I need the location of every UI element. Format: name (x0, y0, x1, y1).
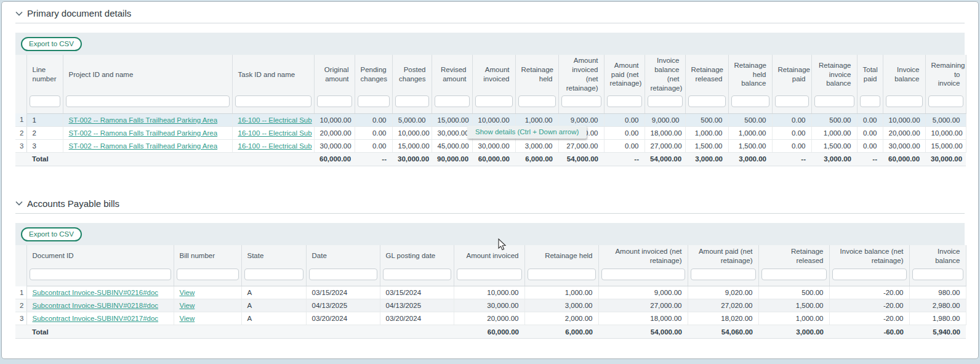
cell-date[interactable]: 04/13/2025 (306, 299, 380, 312)
cell-pending-changes[interactable]: 0.00 (355, 139, 392, 152)
cell-remaining-to-invoice[interactable]: 5,000.00 (925, 113, 966, 126)
column-header-document-id[interactable]: Document ID (26, 245, 174, 267)
cell-date[interactable]: 03/20/2024 (306, 312, 380, 325)
filter-input-total-paid[interactable] (860, 95, 880, 107)
section-header-accounts-payable-bills[interactable]: Accounts Payable bills (15, 198, 965, 214)
row-number[interactable]: 3 (15, 139, 26, 152)
chevron-down-icon[interactable] (15, 11, 23, 16)
filter-input-invoice-balance[interactable] (886, 95, 923, 107)
export-to-csv-button[interactable]: Export to CSV (21, 37, 82, 51)
filter-input-retainage-held-balance[interactable] (731, 95, 769, 107)
column-header-line-number[interactable]: Line number (26, 55, 63, 94)
table-row[interactable]: 33ST-002 -- Ramona Falls Trailhead Parki… (15, 139, 966, 152)
filter-input-line-number[interactable] (30, 95, 60, 107)
cell-retainage-held[interactable]: 1,000.00 (524, 286, 598, 299)
row-number[interactable]: 2 (15, 299, 26, 312)
cell-revised-amount[interactable]: 15,000.00 (432, 113, 472, 126)
filter-input-state[interactable] (244, 269, 303, 280)
filter-input-amount-invoiced[interactable] (475, 95, 513, 107)
cell-invoice-balance-net-retainage[interactable]: -20.00 (829, 312, 909, 325)
cell-state[interactable]: A (241, 299, 306, 312)
filter-input-original-amount[interactable] (317, 95, 352, 107)
column-header-retainage-released[interactable]: Retainage released (758, 245, 829, 267)
cell-retainage-held[interactable]: 3,000.00 (524, 299, 598, 312)
cell-line-number[interactable]: 1 (26, 113, 63, 126)
column-header-original-amount[interactable]: Original amount (314, 55, 355, 94)
cell-retainage-paid[interactable]: 0.00 (772, 113, 811, 126)
filter-input-retainage-paid[interactable] (775, 95, 809, 107)
cell-link-document-id[interactable]: Subcontract Invoice-SUBINV#0218#doc (33, 302, 159, 309)
cell-invoice-balance[interactable]: 980.00 (909, 286, 966, 299)
cell-date[interactable]: 03/15/2024 (306, 286, 380, 299)
column-header-amount-invoiced[interactable]: Amount invoiced (454, 245, 524, 267)
cell-posted-changes[interactable]: 5,000.00 (392, 113, 432, 126)
cell-link-project-id-and-name[interactable]: ST-002 -- Ramona Falls Trailhead Parking… (69, 116, 218, 124)
filter-input-retainage-released[interactable] (688, 95, 726, 107)
cell-retainage-invoice-balance[interactable]: 1,000.00 (811, 126, 857, 139)
row-number[interactable]: 1 (15, 286, 26, 299)
column-header-project-id-and-name[interactable]: Project ID and name (63, 55, 232, 94)
column-header-amount-paid-net-retainage[interactable]: Amount paid (net retainage) (604, 55, 645, 94)
filter-input-amount-paid-net-retainage[interactable] (691, 269, 756, 280)
cell-invoice-balance-net-retainage[interactable]: 27,000.00 (645, 139, 685, 152)
column-header-retainage-paid[interactable]: Retainage paid (772, 55, 811, 94)
cell-amount-invoiced-net-retainage[interactable]: 9,000.00 (558, 113, 604, 126)
cell-retainage-released[interactable]: 1,500.00 (758, 299, 829, 312)
cell-posted-changes[interactable]: 10,000.00 (392, 126, 432, 139)
filter-input-amount-invoiced-net-retainage[interactable] (601, 269, 685, 280)
column-header-invoice-balance[interactable]: Invoice balance (909, 245, 966, 267)
column-header-retainage-held[interactable]: Retainage held (524, 245, 598, 267)
cell-link-bill-number[interactable]: View (180, 302, 195, 309)
filter-input-task-id-and-name[interactable] (235, 95, 311, 107)
section-header-primary-document-details[interactable]: Primary document details (15, 8, 965, 23)
cell-amount-paid-net-retainage[interactable]: 18,020.00 (688, 312, 758, 325)
cell-retainage-released[interactable]: 1,500.00 (685, 139, 728, 152)
cell-invoice-balance-net-retainage[interactable]: -20.00 (829, 286, 909, 299)
filter-input-bill-number[interactable] (177, 269, 239, 280)
table-row[interactable]: 2Subcontract Invoice-SUBINV#0218#docView… (15, 299, 966, 312)
cell-project-id-and-name[interactable]: ST-002 -- Ramona Falls Trailhead Parking… (63, 139, 232, 152)
filter-input-project-id-and-name[interactable] (66, 95, 230, 107)
cell-retainage-held-balance[interactable]: 500.00 (728, 113, 772, 126)
cell-amount-invoiced[interactable]: 20,000.00 (454, 312, 524, 325)
cell-gl-posting-date[interactable]: 04/13/2025 (380, 299, 454, 312)
cell-invoice-balance-net-retainage[interactable]: 9,000.00 (645, 113, 685, 126)
cell-remaining-to-invoice[interactable]: 10,000.00 (925, 126, 966, 139)
cell-amount-paid-net-retainage[interactable]: 0.00 (604, 139, 645, 152)
cell-amount-invoiced-net-retainage[interactable]: 27,000.00 (598, 299, 688, 312)
filter-input-invoice-balance-net-retainage[interactable] (832, 269, 907, 280)
cell-retainage-paid[interactable]: 0.00 (772, 139, 811, 152)
cell-project-id-and-name[interactable]: ST-002 -- Ramona Falls Trailhead Parking… (63, 113, 232, 126)
cell-retainage-held-balance[interactable]: 1,000.00 (728, 126, 772, 139)
cell-revised-amount[interactable]: 45,000.00 (432, 139, 472, 152)
cell-posted-changes[interactable]: 15,000.00 (392, 139, 432, 152)
cell-amount-invoiced-net-retainage[interactable]: 27,000.00 (558, 139, 604, 152)
cell-retainage-held[interactable]: 1,000.00 (515, 113, 558, 126)
cell-link-bill-number[interactable]: View (180, 289, 195, 296)
cell-task-id-and-name[interactable]: 16-100 -- Electrical Sub (232, 113, 314, 126)
cell-invoice-balance[interactable]: 30,000.00 (883, 139, 925, 152)
cell-document-id[interactable]: Subcontract Invoice-SUBINV#0216#doc (26, 286, 174, 299)
cell-retainage-invoice-balance[interactable]: 500.00 (811, 113, 857, 126)
column-header-total-paid[interactable]: Total paid (857, 55, 883, 94)
column-header-retainage-released[interactable]: Retainage released (685, 55, 728, 94)
cell-retainage-held-balance[interactable]: 1,500.00 (728, 139, 772, 152)
cell-line-number[interactable]: 2 (26, 126, 63, 139)
column-header-amount-invoiced[interactable]: Amount invoiced (472, 55, 515, 94)
cell-link-project-id-and-name[interactable]: ST-002 -- Ramona Falls Trailhead Parking… (69, 142, 218, 150)
cell-amount-invoiced[interactable]: 30,000.00 (472, 139, 515, 152)
filter-input-invoice-balance[interactable] (912, 269, 963, 280)
filter-input-revised-amount[interactable] (435, 95, 470, 107)
export-to-csv-button[interactable]: Export to CSV (21, 227, 82, 241)
cell-bill-number[interactable]: View (174, 299, 241, 312)
cell-invoice-balance-net-retainage[interactable]: 18,000.00 (645, 126, 685, 139)
row-number[interactable]: 1 (15, 113, 26, 126)
filter-input-document-id[interactable] (30, 269, 171, 280)
cell-amount-invoiced[interactable]: 30,000.00 (454, 299, 524, 312)
cell-revised-amount[interactable]: 30,000.00 (432, 126, 472, 139)
filter-input-retainage-held[interactable] (518, 95, 556, 107)
cell-amount-invoiced[interactable]: 10,000.00 (454, 286, 524, 299)
cell-state[interactable]: A (241, 312, 306, 325)
column-header-amount-paid-net-retainage[interactable]: Amount paid (net retainage) (688, 245, 758, 267)
cell-document-id[interactable]: Subcontract Invoice-SUBINV#0218#doc (26, 299, 174, 312)
